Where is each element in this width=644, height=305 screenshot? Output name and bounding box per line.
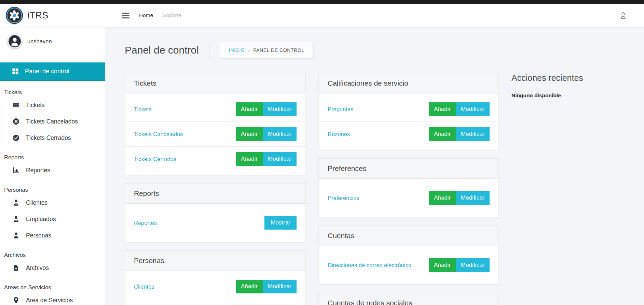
card-body: ReportesMostrar [125,204,305,242]
breadcrumb-separator-icon: › [248,48,250,53]
sidebar-item-reportes[interactable]: Reportes [0,162,105,178]
sidebar: unshaven Panel de control TicketsTickets… [0,27,105,305]
sidebar-item-label: Área de Servicios [26,297,73,304]
map-marker-icon [12,296,20,304]
show-button[interactable]: Mostrar [264,216,297,230]
card-title: Cuentas de redes sociales [319,293,498,305]
model-link-reportes[interactable]: Reportes [134,220,157,226]
sidebar-user[interactable]: unshaven [0,27,105,56]
sidebar-item-tickets[interactable]: Tickets [0,97,105,113]
row-actions: AñadirModificar [429,102,490,116]
change-button[interactable]: Modificar [456,127,490,141]
dashboard-grid: TicketsTicketsAñadirModificarTickets Can… [125,73,644,305]
model-link-clientes[interactable]: Clientes [134,284,154,290]
sidebar-item-panel-de-control[interactable]: Panel de control [0,62,105,81]
file-upload-icon [12,264,20,272]
sidebar-item-tickets-cancelados[interactable]: Tickets Cancelados [0,113,105,130]
sidebar-item-archivos[interactable]: Archivos [0,260,105,276]
card-title: Personas [125,251,305,271]
page-title: Panel de control [125,44,199,56]
model-row: EmpleadosAñadirModificar [125,299,305,305]
model-link-tickets-cancelados[interactable]: Tickets Cancelados [134,131,183,137]
user-menu-icon[interactable] [619,11,628,20]
row-actions: AñadirModificar [429,191,490,205]
card-tickets: TicketsTicketsAñadirModificarTickets Can… [125,73,306,175]
sidebar-sections: TicketsTicketsTickets CanceladosTickets … [0,89,105,305]
breadcrumb-home-link[interactable]: INICIO [229,47,245,53]
model-row: RazonesAñadirModificar [319,121,498,146]
model-row: ClientesAñadirModificar [125,274,305,299]
model-link-tickets-cerrados[interactable]: Tickets Cerrados [134,156,176,162]
model-link-direcciones-de-correo-electronico[interactable]: Direcciones de correo electrónico [328,262,411,268]
add-button[interactable]: Añadir [236,152,263,166]
breadcrumb: INICIO › PANEL DE CONTROL [220,42,314,59]
row-actions: Mostrar [264,216,297,230]
add-button[interactable]: Añadir [236,280,263,293]
menu-toggle-icon[interactable] [122,13,129,18]
sidebar-item-tickets-cerrados[interactable]: Tickets Cerrados [0,130,105,146]
grid-icon [12,68,19,75]
app-header: iTRS Home Soporte [0,4,644,27]
card-reports: ReportsReportesMostrar [125,183,306,242]
bar-chart-icon [12,166,20,174]
card-body: ClientesAñadirModificarEmpleadosAñadirMo… [125,271,305,305]
title-row: Panel de control INICIO › PANEL DE CONTR… [125,42,644,59]
recent-actions-title: Acciones recientes [511,73,630,83]
change-button[interactable]: Modificar [263,152,297,166]
change-button[interactable]: Modificar [456,258,490,272]
add-button[interactable]: Añadir [429,102,456,116]
recent-actions-panel: Acciones recientes Ninguno disponible [511,73,644,99]
row-actions: AñadirModificar [429,127,490,141]
user-tie-icon [12,215,20,223]
user-tie-icon [12,199,20,206]
sidebar-item-personas[interactable]: Personas [0,227,105,244]
change-button[interactable]: Modificar [263,280,297,293]
model-link-preferencias[interactable]: Preferencias [328,195,359,201]
main-content: Panel de control INICIO › PANEL DE CONTR… [105,27,644,305]
change-button[interactable]: Modificar [263,127,297,141]
model-link-tickets[interactable]: Tickets [134,106,152,113]
add-button[interactable]: Añadir [236,127,263,141]
card-calificaciones-de-servicio: Calificaciones de servicioPreguntasAñadi… [318,73,499,150]
card-personas: PersonasClientesAñadirModificarEmpleados… [125,250,306,305]
sidebar-item-label: Clientes [26,199,47,206]
change-button[interactable]: Modificar [263,102,297,116]
sidebar-item-label: Personas [26,232,51,239]
change-button[interactable]: Modificar [456,191,490,205]
dashboard-column-middle: Calificaciones de servicioPreguntasAñadi… [318,73,499,305]
sidebar-section-label: Reports [4,154,105,161]
check-circle-icon [12,134,20,142]
add-button[interactable]: Añadir [429,127,456,141]
app-title: iTRS [27,10,49,21]
nav-home[interactable]: Home [139,12,153,18]
change-button[interactable]: Modificar [456,102,490,116]
sidebar-section-label: Archivos [4,252,105,258]
model-link-preguntas[interactable]: Preguntas [328,106,353,113]
brand[interactable]: iTRS [0,6,105,24]
sidebar-item-label: Tickets Cancelados [26,118,78,125]
model-link-razones[interactable]: Razones [328,131,350,137]
top-black-bar [0,0,644,4]
row-actions: AñadirModificar [236,152,297,166]
add-button[interactable]: Añadir [429,258,456,272]
sidebar-section-label: Personas [4,187,105,193]
card-body: TicketsAñadirModificarTickets Cancelados… [125,93,305,175]
card-title: Calificaciones de servicio [319,73,498,93]
card-cuentas: CuentasDirecciones de correo electrónico… [318,226,499,285]
sidebar-item-area-de-servicios[interactable]: Área de Servicios [0,292,105,305]
app-logo-icon [5,6,23,24]
sidebar-item-empleados[interactable]: Empleados [0,211,105,227]
card-cuentas-de-redes-sociales: Cuentas de redes sociales [318,293,499,305]
model-row: PreguntasAñadirModificar [319,97,498,121]
model-row: TicketsAñadirModificar [125,97,305,121]
add-button[interactable]: Añadir [236,102,263,116]
model-row: Tickets CanceladosAñadirModificar [125,121,305,146]
sidebar-section-label: Tickets [4,89,105,96]
nav-soporte[interactable]: Soporte [163,12,181,18]
sidebar-item-clientes[interactable]: Clientes [0,194,105,211]
add-button[interactable]: Añadir [429,191,456,205]
card-title: Reports [125,184,305,204]
row-actions: AñadirModificar [236,102,297,116]
top-navigation: Home Soporte [122,12,181,18]
avatar [8,34,22,48]
